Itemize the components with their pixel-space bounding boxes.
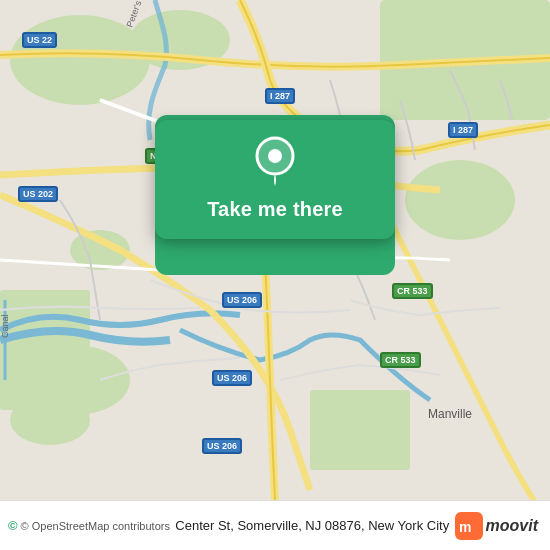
- road-badge-us206-top: US 206: [222, 292, 262, 308]
- road-badge-cr533-bot: CR 533: [380, 352, 421, 368]
- svg-point-7: [10, 395, 90, 445]
- bottom-bar: © © OpenStreetMap contributors Center St…: [0, 500, 550, 550]
- svg-point-13: [268, 149, 282, 163]
- road-badge-us22-top: US 22: [22, 32, 57, 48]
- location-info: Center St, Somerville, NJ 08876, New Yor…: [175, 518, 449, 533]
- svg-point-4: [405, 160, 515, 240]
- road-badge-cr533-top: CR 533: [392, 283, 433, 299]
- moovit-logo: m moovit: [455, 512, 538, 540]
- moovit-text: moovit: [486, 517, 538, 535]
- location-pin-icon: [253, 136, 297, 188]
- svg-point-1: [10, 15, 150, 105]
- map-container: Manville Canal Peter's Brook US 22 I 287…: [0, 0, 550, 500]
- road-badge-i287-right: I 287: [448, 122, 478, 138]
- canal-label: Canal: [0, 314, 10, 338]
- popup-label: Take me there: [207, 198, 343, 221]
- manville-label: Manville: [428, 407, 472, 421]
- road-badge-us202: US 202: [18, 186, 58, 202]
- road-badge-us206-bot: US 206: [202, 438, 242, 454]
- svg-text:m: m: [459, 519, 471, 535]
- moovit-icon: m: [455, 512, 483, 540]
- location-text: Center St, Somerville, NJ 08876, New Yor…: [175, 518, 449, 533]
- svg-rect-8: [310, 390, 410, 470]
- map-svg: Manville Canal Peter's Brook: [0, 0, 550, 500]
- popup[interactable]: Take me there: [155, 120, 395, 239]
- attribution-text: © OpenStreetMap contributors: [21, 520, 170, 532]
- attribution: © © OpenStreetMap contributors: [8, 518, 170, 533]
- osm-logo: ©: [8, 518, 18, 533]
- road-badge-i287-top: I 287: [265, 88, 295, 104]
- road-badge-us206-mid: US 206: [212, 370, 252, 386]
